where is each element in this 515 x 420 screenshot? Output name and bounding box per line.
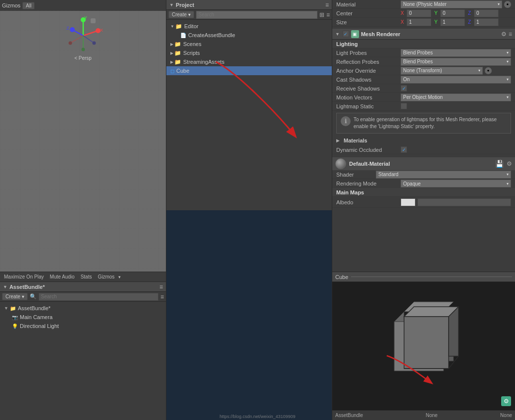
project-editor-folder[interactable]: ▼ 📁 Editor [166, 22, 332, 31]
maximize-btn[interactable]: Maximize On Play [2, 274, 46, 280]
hierarchy-search-icon: 🔍 [30, 293, 37, 300]
svg-point-7 [70, 27, 75, 32]
project-create-btn[interactable]: Create ▾ [168, 11, 194, 18]
project-scripts-folder[interactable]: ▶ 📁 Scripts [166, 48, 332, 57]
project-cube-item[interactable]: ◻ Cube [166, 66, 332, 75]
lightmap-info-box: ℹ To enable generation of lightmaps for … [336, 113, 511, 134]
cube-footer-mid: None [426, 413, 438, 418]
center-x-input[interactable] [407, 9, 431, 17]
cast-shadows-dropdown[interactable]: On [401, 76, 511, 84]
all-dropdown[interactable]: All [22, 2, 35, 9]
project-title: Project [176, 2, 194, 8]
project-scenes-folder[interactable]: ▶ 📁 Scenes [166, 40, 332, 48]
svg-text:Y: Y [84, 16, 87, 20]
cube-footer-right: None [500, 413, 512, 418]
hierarchy-directional-light[interactable]: 💡 Directional Light [0, 322, 166, 330]
size-z-input[interactable] [474, 18, 499, 26]
material-circle-btn[interactable]: ● [504, 1, 511, 8]
mesh-renderer-settings-icon[interactable]: ⚙ [501, 31, 507, 38]
hierarchy-collapse-icon: ▼ [3, 284, 7, 289]
svg-point-14 [92, 42, 96, 45]
anchor-override-dropdown[interactable]: None (Transform) [401, 67, 483, 75]
scene-gizmo: X Y Z [63, 16, 103, 56]
material-dropdown[interactable]: None (Physic Mater [401, 0, 502, 8]
cube-preview-title: Cube [335, 274, 348, 280]
project-filter-btn2[interactable]: ≡ [326, 11, 330, 18]
cube-footer-left: AssetBundle [335, 413, 363, 418]
project-filter-btn1[interactable]: ⊞ [319, 11, 324, 18]
material-settings-icon[interactable]: ⚙ [507, 160, 512, 167]
project-search-input[interactable] [196, 11, 317, 19]
cast-shadows-label: Cast Shadows [336, 77, 401, 83]
albedo-texture-slot[interactable] [417, 198, 511, 206]
hierarchy-title: AssetBundle* [9, 284, 45, 290]
mesh-renderer-checkbox[interactable]: ✓ [343, 31, 349, 37]
albedo-color-picker[interactable] [401, 198, 415, 206]
project-streaming-assets-folder[interactable]: ▶ 📁 StreamingAssets [166, 57, 332, 66]
hierarchy-bundle-item[interactable]: ▼ 📁 AssetBundle* [0, 304, 166, 313]
light-probes-label: Light Probes [336, 50, 401, 56]
svg-text:X: X [100, 28, 103, 33]
materials-section-header[interactable]: ▶ Materials [332, 136, 515, 145]
scene-view: X Y Z [0, 11, 166, 272]
svg-point-10 [68, 42, 72, 45]
project-menu-icon[interactable]: ≡ [325, 1, 329, 8]
gizmos-btn[interactable]: Gizmos [96, 274, 116, 280]
stats-btn[interactable]: Stats [79, 274, 94, 280]
lightmap-static-checkbox[interactable] [401, 103, 407, 109]
main-maps-label: Main Maps [336, 189, 401, 195]
center-y-input[interactable] [440, 9, 465, 17]
gizmos-label: Gizmos [2, 2, 20, 8]
light-probes-dropdown[interactable]: Blend Probes [401, 49, 511, 57]
inspector-panel: Material None (Physic Mater ● Center X Y… [332, 0, 515, 420]
size-x-input[interactable] [407, 18, 431, 26]
mesh-renderer-title: Mesh Renderer [361, 31, 499, 37]
material-save-icon[interactable]: 💾 [495, 160, 504, 168]
material-sphere-icon [335, 158, 346, 169]
mesh-renderer-collapse[interactable]: ▼ [335, 32, 340, 37]
lightmap-static-label: Lightmap Static [336, 103, 401, 109]
project-collapse-icon: ▼ [169, 2, 174, 7]
preview-settings-icon[interactable]: ⚙ [501, 396, 511, 406]
rendering-mode-dropdown[interactable]: Opaque [401, 180, 511, 187]
svg-rect-15 [91, 18, 96, 23]
default-material-header: Default-Material 💾 ⚙ [332, 157, 515, 170]
hierarchy-menu-icon[interactable]: ≡ [159, 283, 163, 290]
receive-shadows-checkbox[interactable]: ✓ [401, 85, 407, 92]
shader-dropdown[interactable]: Standard [376, 171, 511, 179]
rendering-mode-label: Rendering Mode [336, 181, 401, 187]
reflection-probes-dropdown[interactable]: Blend Probes [401, 58, 511, 66]
dynamic-occluded-label: Dynamic Occluded [336, 147, 401, 153]
scene-bottom-toolbar: Maximize On Play Mute Audio Stats Gizmos… [0, 272, 166, 281]
center-z-input[interactable] [474, 9, 499, 17]
svg-marker-22 [404, 317, 449, 369]
project-create-asset-bundle[interactable]: 📄 CreateAssetBundle [166, 31, 332, 40]
hierarchy-panel: ▼ AssetBundle* ≡ Create ▾ 🔍 ≡ ▼ 📁 AssetB… [0, 281, 166, 420]
motion-vectors-dropdown[interactable]: Per Object Motion [401, 93, 511, 101]
motion-vectors-label: Motion Vectors [336, 94, 401, 100]
mesh-renderer-menu-icon[interactable]: ≡ [509, 31, 512, 38]
hierarchy-search-input[interactable] [39, 293, 158, 301]
size-y-input[interactable] [440, 18, 465, 26]
cube-preview-line [351, 277, 512, 277]
mesh-renderer-icon: ▣ [351, 30, 359, 38]
hierarchy-main-camera[interactable]: 📷 Main Camera [0, 313, 166, 322]
lightmap-info-text: To enable generation of lightmaps for th… [354, 116, 507, 130]
lighting-section-label: Lighting [336, 41, 401, 47]
info-icon: ℹ [341, 116, 351, 126]
material-name: Default-Material [349, 161, 492, 167]
svg-line-13 [83, 36, 94, 43]
gizmos-arrow[interactable]: ▾ [118, 275, 121, 280]
dynamic-occluded-checkbox[interactable]: ✓ [401, 146, 407, 153]
receive-shadows-label: Receive Shadows [336, 86, 401, 92]
cube-preview-panel: Cube [332, 272, 515, 420]
cube-3d-preview: ⚙ [332, 282, 515, 410]
hierarchy-filter-icon[interactable]: ≡ [160, 293, 164, 300]
hierarchy-create-btn[interactable]: Create ▾ [2, 293, 28, 300]
anchor-override-circle[interactable]: ● [485, 67, 492, 74]
svg-point-12 [81, 48, 85, 51]
mute-btn[interactable]: Mute Audio [48, 274, 77, 280]
size-label: Size [336, 19, 401, 25]
center-label: Center [336, 10, 401, 16]
svg-text:Z: Z [66, 26, 69, 31]
